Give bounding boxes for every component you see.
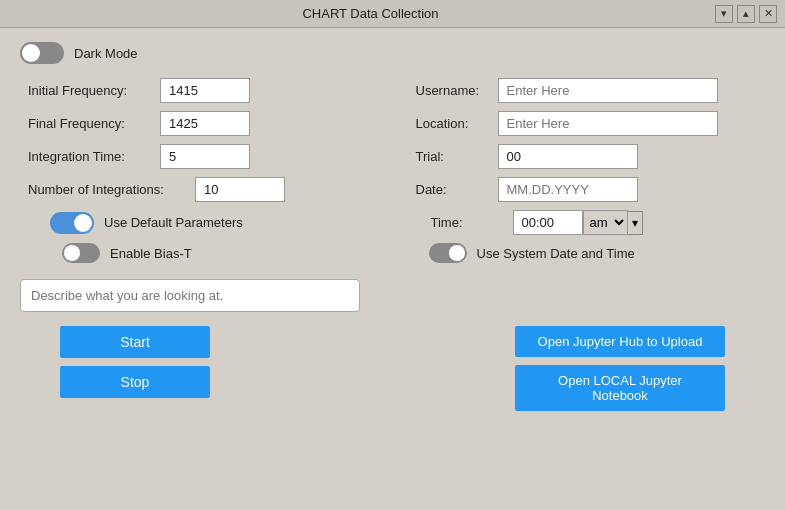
initial-frequency-label: Initial Frequency: (20, 79, 160, 102)
buttons-wrapper: Start Stop Open Jupyter Hub to Upload Op… (20, 326, 765, 411)
stop-button[interactable]: Stop (60, 366, 210, 398)
location-group: Location: (408, 111, 766, 136)
num-integrations-label: Number of Integrations: (20, 178, 195, 201)
username-label: Username: (408, 79, 498, 102)
username-group: Username: (408, 78, 766, 103)
final-frequency-label: Final Frequency: (20, 112, 160, 135)
title-bar-controls-right[interactable]: ▾ ▴ ✕ (715, 5, 777, 23)
enable-biast-knob (64, 245, 80, 261)
trial-group: Trial: (408, 144, 766, 169)
integration-time-input[interactable] (160, 144, 250, 169)
maximize-button[interactable]: ▴ (737, 5, 755, 23)
row-toggles-time: Use Default Parameters Time: am pm ▾ (20, 210, 765, 235)
right-buttons: Open Jupyter Hub to Upload Open LOCAL Ju… (515, 326, 725, 411)
initial-frequency-group: Initial Frequency: (20, 78, 378, 103)
trial-label: Trial: (408, 145, 498, 168)
date-group: Date: (408, 177, 766, 202)
description-input[interactable] (20, 279, 360, 312)
use-default-params-toggle[interactable] (50, 212, 94, 234)
open-local-jupyter-button[interactable]: Open LOCAL Jupyter Notebook (515, 365, 725, 411)
window-title: CHART Data Collection (26, 6, 715, 21)
dark-mode-toggle[interactable] (20, 42, 64, 64)
time-label: Time: (423, 211, 513, 234)
date-input[interactable] (498, 177, 638, 202)
ampm-select[interactable]: am pm (583, 210, 628, 235)
row-integration-trial: Integration Time: Trial: (20, 144, 765, 169)
row-num-integrations-date: Number of Integrations: Date: (20, 177, 765, 202)
initial-frequency-input[interactable] (160, 78, 250, 103)
trial-input[interactable] (498, 144, 638, 169)
ampm-dropdown-button[interactable]: ▾ (628, 211, 643, 235)
use-sys-date-knob (449, 245, 465, 261)
time-input[interactable] (513, 210, 583, 235)
num-integrations-input[interactable] (195, 177, 285, 202)
username-input[interactable] (498, 78, 718, 103)
row-final-freq-location: Final Frequency: Location: (20, 111, 765, 136)
row-biast-sysdate: Enable Bias-T Use System Date and Time (20, 243, 765, 263)
final-frequency-input[interactable] (160, 111, 250, 136)
row-initial-freq-username: Initial Frequency: Username: (20, 78, 765, 103)
location-input[interactable] (498, 111, 718, 136)
integration-time-group: Integration Time: (20, 144, 378, 169)
time-group: Time: am pm ▾ (423, 210, 766, 235)
minimize-button[interactable]: ▾ (715, 5, 733, 23)
description-row (20, 279, 765, 312)
use-sys-date-toggle[interactable] (429, 243, 467, 263)
use-default-params-label: Use Default Parameters (104, 215, 243, 230)
date-label: Date: (408, 178, 498, 201)
use-default-params-knob (74, 214, 92, 232)
dark-mode-row: Dark Mode (20, 42, 765, 64)
use-sys-date-label: Use System Date and Time (477, 246, 635, 261)
final-frequency-group: Final Frequency: (20, 111, 378, 136)
integration-time-label: Integration Time: (20, 145, 160, 168)
dark-mode-label: Dark Mode (74, 46, 138, 61)
close-button[interactable]: ✕ (759, 5, 777, 23)
enable-biast-label: Enable Bias-T (110, 246, 192, 261)
enable-biast-toggle[interactable] (62, 243, 100, 263)
time-input-group: am pm ▾ (513, 210, 643, 235)
title-bar: CHART Data Collection ▾ ▴ ✕ (0, 0, 785, 28)
main-content: Dark Mode Initial Frequency: Username: F… (0, 28, 785, 510)
num-integrations-group: Number of Integrations: (20, 177, 378, 202)
dark-mode-toggle-knob (22, 44, 40, 62)
left-buttons: Start Stop (60, 326, 210, 398)
start-button[interactable]: Start (60, 326, 210, 358)
open-jupyter-hub-button[interactable]: Open Jupyter Hub to Upload (515, 326, 725, 357)
location-label: Location: (408, 112, 498, 135)
